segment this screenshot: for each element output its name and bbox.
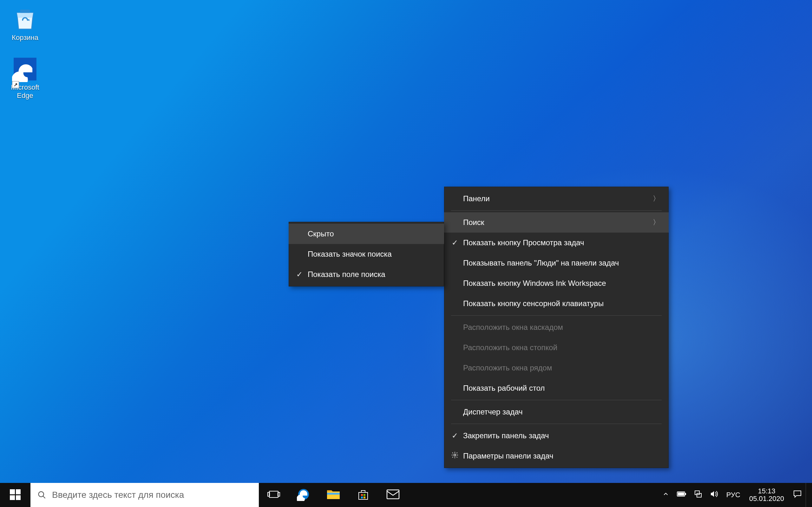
menu-item-search-box[interactable]: ✓ Показать поле поиска — [289, 264, 444, 285]
task-view-button[interactable] — [259, 483, 289, 507]
menu-item-stack-windows: Расположить окна стопкой — [444, 337, 669, 358]
chevron-right-icon: 〉 — [653, 194, 660, 204]
start-button[interactable] — [0, 483, 31, 507]
menu-item-taskbar-settings[interactable]: Параметры панели задач — [444, 446, 669, 466]
volume-icon — [710, 490, 719, 500]
menu-item-lock-taskbar[interactable]: ✓ Закрепить панель задач — [444, 426, 669, 446]
svg-rect-13 — [387, 490, 399, 499]
menu-item-label: Закрепить панель задач — [463, 431, 549, 440]
svg-point-2 — [454, 454, 456, 456]
svg-rect-8 — [327, 493, 340, 495]
menu-item-show-task-view[interactable]: ✓ Показать кнопку Просмотра задач — [444, 233, 669, 253]
gear-icon — [450, 451, 460, 461]
menu-separator — [451, 424, 662, 424]
menu-item-label: Параметры панели задач — [463, 452, 554, 460]
desktop-icon-label: Microsoft Edge — [6, 83, 44, 100]
menu-item-search[interactable]: Поиск 〉 — [444, 212, 669, 233]
menu-item-label: Показать рабочий стол — [463, 384, 545, 393]
desktop-icon-recycle-bin[interactable]: Корзина — [4, 4, 46, 44]
menu-item-label: Расположить окна каскадом — [463, 323, 563, 332]
menu-item-label: Показать значок поиска — [308, 250, 392, 259]
menu-item-label: Показывать панель "Люди" на панели задач — [463, 259, 619, 268]
menu-item-label: Показать поле поиска — [308, 270, 386, 279]
tray-volume[interactable] — [706, 483, 722, 507]
menu-item-label: Показать кнопку Просмотра задач — [463, 238, 584, 247]
menu-item-label: Расположить окна рядом — [463, 363, 552, 372]
menu-separator — [451, 400, 662, 400]
menu-item-label: Показать кнопку сенсорной клавиатуры — [463, 299, 604, 308]
menu-separator — [451, 315, 662, 316]
show-desktop-button[interactable] — [806, 483, 810, 507]
check-icon: ✓ — [450, 238, 460, 247]
check-icon: ✓ — [450, 431, 460, 440]
taskbar-context-menu: Панели 〉 Поиск 〉 ✓ Показать кнопку Просм… — [444, 187, 669, 468]
store-icon — [357, 488, 369, 502]
menu-item-label: Показать кнопку Windows Ink Workspace — [463, 279, 606, 288]
chevron-right-icon: 〉 — [653, 218, 660, 227]
network-icon — [694, 490, 702, 500]
tray-overflow-button[interactable] — [658, 483, 673, 507]
svg-rect-12 — [363, 497, 365, 498]
desktop-icon-grid: Корзина ↗ Microsoft Edge — [4, 4, 52, 112]
tray-action-center[interactable] — [789, 483, 806, 507]
system-tray: РУС 15:13 05.01.2020 — [658, 483, 812, 507]
recycle-bin-icon — [12, 6, 38, 32]
menu-item-search-hidden[interactable]: Скрыто — [289, 224, 444, 244]
search-placeholder: Введите здесь текст для поиска — [52, 490, 184, 500]
check-icon: ✓ — [294, 270, 305, 279]
tray-language[interactable]: РУС — [722, 483, 744, 507]
folder-icon — [326, 488, 340, 502]
tray-network[interactable] — [690, 483, 706, 507]
menu-item-label: Диспетчер задач — [463, 407, 523, 416]
svg-rect-5 — [268, 493, 270, 496]
search-input[interactable]: Введите здесь текст для поиска — [31, 483, 259, 507]
menu-item-label: Расположить окна стопкой — [463, 343, 557, 352]
clock-date: 05.01.2020 — [749, 495, 784, 503]
chevron-up-icon — [662, 491, 669, 499]
menu-item-label: Поиск — [463, 218, 484, 227]
search-submenu: Скрыто Показать значок поиска ✓ Показать… — [289, 222, 444, 286]
svg-point-3 — [39, 492, 44, 497]
edge-icon — [12, 56, 38, 82]
menu-item-cascade-windows: Расположить окна каскадом — [444, 317, 669, 337]
shortcut-arrow-icon: ↗ — [12, 81, 19, 88]
search-icon — [38, 491, 46, 499]
menu-item-people-taskbar[interactable]: Показывать панель "Люди" на панели задач — [444, 253, 669, 273]
taskbar-app-microsoft-store[interactable] — [348, 483, 378, 507]
svg-rect-6 — [278, 493, 280, 496]
mail-icon — [386, 489, 400, 501]
svg-rect-0 — [20, 9, 30, 13]
desktop-icon-label: Корзина — [12, 34, 38, 42]
svg-rect-10 — [363, 494, 365, 496]
svg-rect-16 — [678, 493, 684, 496]
menu-item-task-manager[interactable]: Диспетчер задач — [444, 402, 669, 422]
menu-item-touch-keyboard[interactable]: Показать кнопку сенсорной клавиатуры — [444, 293, 669, 314]
battery-icon — [677, 491, 687, 499]
menu-item-label: Панели — [463, 194, 490, 203]
edge-icon — [297, 488, 310, 502]
taskbar-app-edge[interactable] — [289, 483, 318, 507]
desktop-icon-microsoft-edge[interactable]: ↗ Microsoft Edge — [4, 54, 46, 102]
tray-clock[interactable]: 15:13 05.01.2020 — [744, 483, 789, 507]
menu-item-ink-workspace[interactable]: Показать кнопку Windows Ink Workspace — [444, 273, 669, 293]
svg-rect-4 — [269, 491, 278, 498]
svg-rect-9 — [361, 494, 363, 496]
menu-item-search-icon[interactable]: Показать значок поиска — [289, 244, 444, 264]
windows-logo-icon — [10, 489, 20, 500]
taskbar: Введите здесь текст для поиска — [0, 483, 812, 507]
svg-rect-11 — [361, 497, 363, 498]
menu-separator — [451, 210, 662, 211]
language-label: РУС — [726, 491, 740, 499]
menu-item-side-by-side-windows: Расположить окна рядом — [444, 358, 669, 378]
taskbar-app-mail[interactable] — [378, 483, 408, 507]
task-view-icon — [267, 489, 280, 501]
clock-time: 15:13 — [758, 487, 775, 495]
menu-item-show-desktop[interactable]: Показать рабочий стол — [444, 378, 669, 398]
tray-battery[interactable] — [673, 483, 690, 507]
taskbar-app-file-explorer[interactable] — [318, 483, 348, 507]
svg-rect-15 — [685, 493, 686, 495]
menu-item-toolbars[interactable]: Панели 〉 — [444, 188, 669, 209]
action-center-icon — [793, 490, 802, 500]
menu-item-label: Скрыто — [308, 229, 334, 238]
